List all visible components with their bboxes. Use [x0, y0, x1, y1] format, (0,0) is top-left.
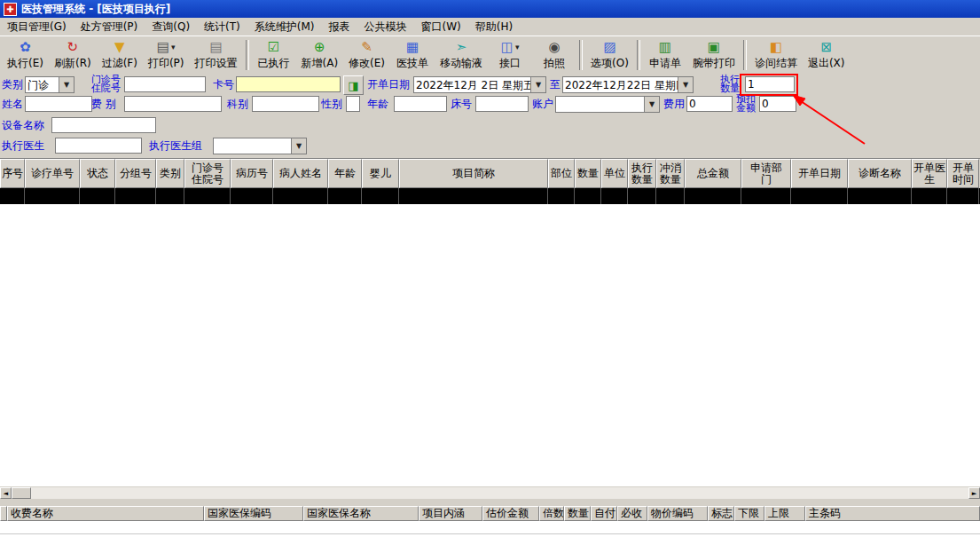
- visit-no-label: 门诊号 住院号: [91, 75, 121, 93]
- chevron-down-icon[interactable]: ▼: [530, 77, 545, 92]
- main-column-header[interactable]: 执行 数量: [628, 159, 656, 188]
- main-column-header[interactable]: 序号: [0, 159, 25, 188]
- main-column-header[interactable]: 申请部 门: [741, 159, 791, 188]
- menu-item[interactable]: 查询(Q): [145, 18, 197, 36]
- scrollbar-thumb[interactable]: [12, 487, 31, 499]
- filter-button[interactable]: ▼过滤(F): [97, 36, 143, 74]
- interface-button[interactable]: ◫▾接口: [488, 36, 532, 74]
- main-column-header[interactable]: 婴儿: [362, 159, 399, 188]
- clinic-settlement-button[interactable]: ◧诊间结算: [749, 36, 803, 74]
- bottom-column-header[interactable]: 国家医保名称: [303, 506, 419, 521]
- chevron-down-icon[interactable]: ▼: [644, 97, 659, 112]
- bottom-column-header[interactable]: 倍数: [539, 506, 564, 521]
- menu-item[interactable]: 项目管理(G): [0, 18, 74, 36]
- bottom-column-header[interactable]: 物价编码: [647, 506, 708, 521]
- date-to-label: 至: [550, 79, 561, 90]
- bottom-column-header[interactable]: 标志: [708, 506, 734, 521]
- exec-doctor-input[interactable]: [55, 138, 142, 154]
- bottom-column-header[interactable]: 估价金额: [482, 506, 539, 521]
- menu-item[interactable]: 公共模块: [357, 18, 414, 36]
- category-select[interactable]: 门诊 ▼: [25, 76, 74, 93]
- mobile-infusion-button[interactable]: ➣移动输液: [435, 36, 488, 74]
- bottom-column-header[interactable]: 自付: [591, 506, 617, 521]
- bottom-column-header[interactable]: 上限: [764, 506, 805, 521]
- modify-button[interactable]: ✎修改(E): [343, 36, 390, 74]
- bottom-column-header[interactable]: 数量: [564, 506, 591, 521]
- main-column-header[interactable]: 状态: [80, 159, 115, 188]
- order-date-label: 开单日期: [367, 79, 410, 90]
- bottom-column-header[interactable]: 必收: [617, 506, 647, 521]
- account-select[interactable]: ▼: [555, 96, 660, 113]
- refresh-button[interactable]: ↻刷新(R): [49, 36, 97, 74]
- main-column-header[interactable]: 总金额: [685, 159, 741, 188]
- order-date-to-value: 2022年12月22日 星期四: [563, 77, 678, 92]
- main-column-header[interactable]: 数量: [575, 159, 601, 188]
- menu-item[interactable]: 帮助(H): [468, 18, 520, 36]
- main-column-header[interactable]: 开单 时间: [947, 159, 979, 188]
- main-column-header[interactable]: 类别: [156, 159, 184, 188]
- device-name-input[interactable]: [51, 117, 156, 133]
- bed-no-input[interactable]: [475, 96, 529, 112]
- dept-input[interactable]: [252, 96, 319, 112]
- gender-input[interactable]: [346, 96, 360, 112]
- bottom-column-header[interactable]: 项目内涵: [419, 506, 482, 521]
- order-date-to-select[interactable]: 2022年12月22日 星期四 ▼: [562, 76, 694, 93]
- bottom-column-header[interactable]: 国家医保编码: [204, 506, 303, 521]
- main-column-header[interactable]: 病历号: [231, 159, 273, 188]
- scroll-left-button[interactable]: ◄: [0, 487, 12, 499]
- order-date-from-select[interactable]: 2022年12月 2日 星期五 ▼: [413, 76, 546, 93]
- fee-type-input[interactable]: [124, 96, 222, 112]
- menu-item[interactable]: 窗口(W): [414, 18, 468, 36]
- main-column-header[interactable]: 单位: [601, 159, 628, 188]
- add-button[interactable]: ⊕新增(A): [296, 36, 344, 74]
- withhold-input[interactable]: [759, 96, 796, 112]
- exit-button[interactable]: ⊠退出(X): [803, 36, 851, 74]
- menu-item[interactable]: 系统维护(M): [247, 18, 322, 36]
- main-column-header[interactable]: 冲消 数量: [656, 159, 685, 188]
- horizontal-scrollbar[interactable]: ◄ ►: [0, 486, 980, 499]
- card-no-input[interactable]: [236, 76, 341, 92]
- execute-button[interactable]: ✿执行(E): [2, 36, 49, 74]
- main-column-header[interactable]: 诊疗单号: [25, 159, 80, 188]
- main-column-header[interactable]: 分组号: [115, 159, 156, 188]
- main-column-header[interactable]: 门诊号 住院号: [184, 159, 231, 188]
- wristband-print-button[interactable]: ▣腕带打印: [687, 36, 741, 74]
- bottom-column-header[interactable]: 收费名称: [7, 506, 204, 521]
- options-button[interactable]: ▨选项(O): [585, 36, 634, 74]
- dropdown-arrow-icon[interactable]: ▾: [515, 43, 520, 51]
- scrollbar-track[interactable]: [31, 487, 968, 499]
- grid-cell: [685, 188, 741, 204]
- main-column-header[interactable]: 开单医 生: [912, 159, 947, 188]
- medtech-sheet-button[interactable]: ▦医技单: [390, 36, 435, 74]
- main-column-header[interactable]: 年龄: [328, 159, 362, 188]
- executed-button[interactable]: ☑已执行: [252, 36, 296, 74]
- main-column-header[interactable]: 部位: [548, 159, 575, 188]
- bottom-column-header[interactable]: [0, 506, 7, 521]
- patient-name-input[interactable]: [25, 96, 92, 112]
- main-column-header[interactable]: 病人姓名: [273, 159, 328, 188]
- chevron-down-icon[interactable]: ▼: [291, 138, 306, 154]
- exec-doctor-group-select[interactable]: ▼: [213, 138, 307, 154]
- print-button[interactable]: ▤▾打印(P): [143, 36, 190, 74]
- main-column-header[interactable]: 开单日期: [791, 159, 848, 188]
- bottom-column-header[interactable]: 下限: [734, 506, 764, 521]
- chevron-down-icon[interactable]: ▼: [59, 77, 74, 92]
- visit-no-input[interactable]: [124, 76, 206, 92]
- fee-label: 费用: [663, 99, 685, 109]
- main-column-header[interactable]: 诊断名称: [848, 159, 912, 188]
- card-reader-button[interactable]: ◨: [343, 75, 364, 95]
- menu-item[interactable]: 统计(T): [197, 18, 247, 36]
- dropdown-arrow-icon[interactable]: ▾: [171, 43, 176, 51]
- chevron-down-icon[interactable]: ▼: [678, 77, 693, 92]
- fee-input[interactable]: [686, 96, 733, 112]
- menu-item[interactable]: 处方管理(P): [74, 18, 145, 36]
- request-sheet-button[interactable]: ▥申请单: [643, 36, 687, 74]
- photo-button[interactable]: ◉拍照: [532, 36, 576, 74]
- exec-qty-input[interactable]: [745, 76, 795, 92]
- scroll-right-button[interactable]: ►: [968, 487, 980, 499]
- main-column-header[interactable]: 项目简称: [399, 159, 548, 188]
- print-settings-button[interactable]: ▤打印设置: [190, 36, 243, 74]
- age-input[interactable]: [394, 96, 447, 112]
- bottom-column-header[interactable]: 主条码: [805, 506, 980, 521]
- menu-item[interactable]: 报表: [322, 18, 357, 36]
